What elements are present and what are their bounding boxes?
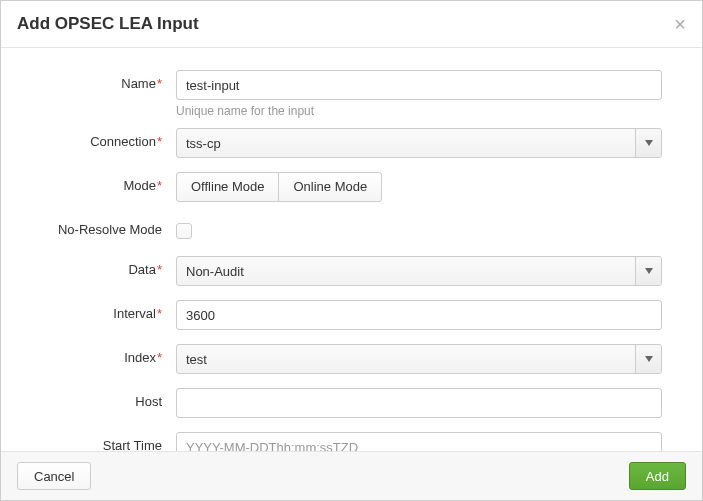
label-mode-text: Mode (123, 178, 156, 193)
field-row-index: Index* test (21, 344, 662, 374)
required-mark: * (157, 262, 162, 277)
label-index-text: Index (124, 350, 156, 365)
field-mode: Offline Mode Online Mode (176, 172, 662, 202)
required-mark: * (157, 306, 162, 321)
close-button[interactable]: × (674, 14, 686, 34)
field-row-name: Name* Unique name for the input (21, 70, 662, 118)
mode-online-button[interactable]: Online Mode (278, 172, 382, 202)
required-mark: * (157, 76, 162, 91)
field-starttime (176, 432, 662, 451)
close-icon: × (674, 13, 686, 35)
field-row-mode: Mode* Offline Mode Online Mode (21, 172, 662, 202)
index-selected-value: test (186, 352, 207, 367)
label-mode: Mode* (21, 172, 176, 193)
chevron-down-icon (635, 345, 661, 373)
label-connection-text: Connection (90, 134, 156, 149)
add-opsec-lea-input-modal: Add OPSEC LEA Input × Name* Unique name … (0, 0, 703, 501)
field-connection: tss-cp (176, 128, 662, 158)
chevron-down-icon (635, 129, 661, 157)
label-starttime: Start Time (21, 432, 176, 451)
add-button[interactable]: Add (629, 462, 686, 490)
name-help-text: Unique name for the input (176, 104, 662, 118)
required-mark: * (157, 178, 162, 193)
data-select[interactable]: Non-Audit (176, 256, 662, 286)
label-data-text: Data (128, 262, 155, 277)
label-host: Host (21, 388, 176, 409)
field-row-host: Host (21, 388, 662, 418)
label-interval-text: Interval (113, 306, 156, 321)
field-row-data: Data* Non-Audit (21, 256, 662, 286)
field-row-noresolve: No-Resolve Mode (21, 216, 662, 242)
connection-selected-value: tss-cp (186, 136, 221, 151)
modal-header: Add OPSEC LEA Input × (1, 1, 702, 48)
field-row-interval: Interval* (21, 300, 662, 330)
modal-footer: Cancel Add (1, 451, 702, 500)
label-starttime-text: Start Time (103, 438, 162, 451)
name-input[interactable] (176, 70, 662, 100)
starttime-input[interactable] (176, 432, 662, 451)
modal-body: Name* Unique name for the input Connecti… (1, 48, 702, 451)
connection-select[interactable]: tss-cp (176, 128, 662, 158)
field-index: test (176, 344, 662, 374)
interval-input[interactable] (176, 300, 662, 330)
field-row-starttime: Start Time (21, 432, 662, 451)
label-index: Index* (21, 344, 176, 365)
label-host-text: Host (135, 394, 162, 409)
required-mark: * (157, 134, 162, 149)
label-noresolve: No-Resolve Mode (21, 216, 176, 237)
label-interval: Interval* (21, 300, 176, 321)
noresolve-checkbox[interactable] (176, 223, 192, 239)
index-select[interactable]: test (176, 344, 662, 374)
label-noresolve-text: No-Resolve Mode (58, 222, 162, 237)
field-row-connection: Connection* tss-cp (21, 128, 662, 158)
cancel-button[interactable]: Cancel (17, 462, 91, 490)
mode-offline-button[interactable]: Offline Mode (176, 172, 279, 202)
field-name: Unique name for the input (176, 70, 662, 118)
field-interval (176, 300, 662, 330)
field-host (176, 388, 662, 418)
host-input[interactable] (176, 388, 662, 418)
label-name-text: Name (121, 76, 156, 91)
label-data: Data* (21, 256, 176, 277)
label-connection: Connection* (21, 128, 176, 149)
mode-toggle-group: Offline Mode Online Mode (176, 172, 382, 202)
label-name: Name* (21, 70, 176, 91)
required-mark: * (157, 350, 162, 365)
data-selected-value: Non-Audit (186, 264, 244, 279)
chevron-down-icon (635, 257, 661, 285)
field-noresolve (176, 216, 662, 242)
field-data: Non-Audit (176, 256, 662, 286)
modal-title: Add OPSEC LEA Input (17, 14, 674, 34)
